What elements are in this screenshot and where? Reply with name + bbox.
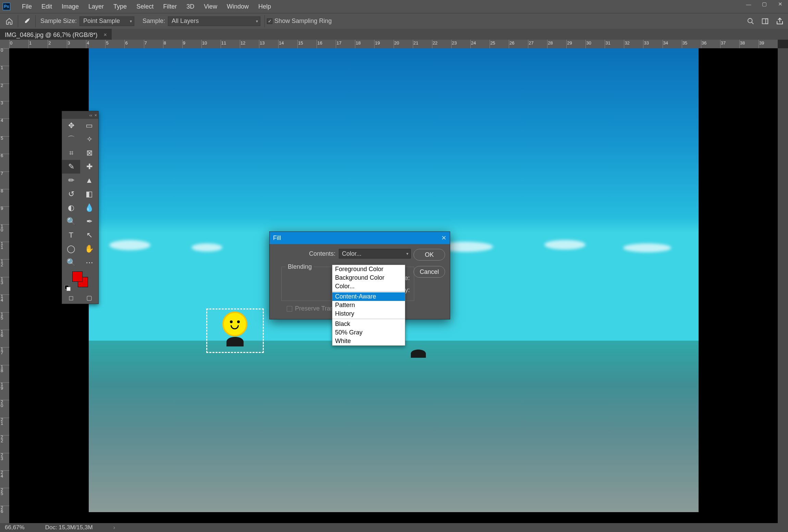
close-tab-icon[interactable]: × xyxy=(103,32,107,38)
minimize-button[interactable]: — xyxy=(741,0,756,8)
contents-option[interactable]: Background Color xyxy=(332,274,405,282)
color-swatches xyxy=(62,269,98,292)
contents-option[interactable]: Content-Aware xyxy=(332,292,405,301)
panel-icon[interactable] xyxy=(761,17,769,25)
crop-tool[interactable]: ⌗ xyxy=(62,146,80,160)
eraser-tool[interactable]: ◧ xyxy=(80,187,98,201)
magic-wand-tool[interactable]: ✧ xyxy=(80,132,98,146)
path-select-tool[interactable]: ↖ xyxy=(80,228,98,242)
menu-bar: Ps FileEditImageLayerTypeSelectFilter3DV… xyxy=(0,0,788,13)
menu-image[interactable]: Image xyxy=(57,0,84,13)
menu-select[interactable]: Select xyxy=(132,0,158,13)
document-tab-title: IMG_0486.jpg @ 66,7% (RGB/8*) xyxy=(5,31,97,39)
menu-layer[interactable]: Layer xyxy=(84,0,109,13)
brush-tool[interactable]: ✏ xyxy=(62,174,80,187)
contents-option[interactable]: White xyxy=(332,337,405,345)
blending-legend: Blending xyxy=(286,263,314,270)
menu-3d[interactable]: 3D xyxy=(182,0,199,13)
options-bar: Sample Size: Point Sample Sample: All La… xyxy=(0,13,788,29)
lasso-tool[interactable]: ⌒ xyxy=(62,132,80,146)
stamp-tool[interactable]: ▲ xyxy=(80,174,98,187)
frame-tool[interactable]: ⊠ xyxy=(80,146,98,160)
zoom-tool[interactable]: 🔍 xyxy=(62,256,80,269)
contents-option[interactable]: 50% Gray xyxy=(332,328,405,337)
contents-option[interactable]: History xyxy=(332,309,405,318)
sun-sticker xyxy=(224,313,246,335)
cancel-button[interactable]: Cancel xyxy=(414,266,445,278)
document-tab[interactable]: IMG_0486.jpg @ 66,7% (RGB/8*) × xyxy=(0,29,112,40)
dialog-title: Fill xyxy=(273,235,281,242)
history-brush-tool[interactable]: ↺ xyxy=(62,187,80,201)
window-controls: — ▢ ✕ xyxy=(741,0,788,8)
foreground-swatch[interactable] xyxy=(72,271,83,282)
contents-option[interactable]: Black xyxy=(332,320,405,328)
sample-dropdown[interactable]: All Layers xyxy=(168,16,260,26)
gradient-tool[interactable]: ◐ xyxy=(62,201,80,215)
search-icon[interactable] xyxy=(747,17,754,25)
menu-edit[interactable]: Edit xyxy=(37,0,57,13)
contents-label: Contents: xyxy=(288,250,335,257)
status-more-icon[interactable]: › xyxy=(113,524,115,531)
dialog-close-icon[interactable]: ✕ xyxy=(441,234,446,242)
marquee-tool[interactable]: ▭ xyxy=(80,119,98,132)
menu-filter[interactable]: Filter xyxy=(158,0,182,13)
dialog-titlebar[interactable]: Fill ✕ xyxy=(270,232,450,244)
shape-tool[interactable]: ◯ xyxy=(62,242,80,256)
quickmask-icon[interactable]: ◻ xyxy=(69,294,74,302)
hand-tool[interactable]: ✋ xyxy=(80,242,98,256)
document-tab-bar: IMG_0486.jpg @ 66,7% (RGB/8*) × xyxy=(0,29,788,40)
move-tool[interactable]: ✥ xyxy=(62,119,80,132)
vertical-ruler: 01234567891 01 11 21 31 41 51 61 71 81 9… xyxy=(0,48,9,523)
type-tool[interactable]: T xyxy=(62,228,80,242)
screenmode-icon[interactable]: ▢ xyxy=(86,294,92,302)
menu-view[interactable]: View xyxy=(199,0,222,13)
tools-panel: ‹‹× ✥▭⌒✧⌗⊠✎✚✏▲↺◧◐💧🔍✒T↖◯✋🔍⋯ ◻ ▢ xyxy=(62,111,99,304)
sample-label: Sample: xyxy=(143,17,165,25)
vertical-scrollbar[interactable] xyxy=(778,48,788,523)
menu-type[interactable]: Type xyxy=(109,0,132,13)
marquee-selection xyxy=(206,308,264,353)
svg-rect-2 xyxy=(766,19,768,24)
sample-size-label: Sample Size: xyxy=(40,17,77,25)
home-icon[interactable] xyxy=(3,15,16,28)
contents-dropdown[interactable]: Color... xyxy=(339,249,411,258)
contents-option[interactable]: Color... xyxy=(332,282,405,291)
menu-help[interactable]: Help xyxy=(254,0,276,13)
fill-dialog: Fill ✕ OK Cancel Contents: Color... Blen… xyxy=(269,231,450,319)
tools-panel-header[interactable]: ‹‹× xyxy=(62,111,98,119)
preserve-transparency-checkbox[interactable] xyxy=(287,306,292,312)
more-tool[interactable]: ⋯ xyxy=(80,256,98,269)
horizontal-ruler: 0123456789101112131415161718192021222324… xyxy=(9,40,778,48)
show-sampling-ring-checkbox[interactable] xyxy=(267,18,272,24)
share-icon[interactable] xyxy=(776,17,784,25)
sample-size-dropdown[interactable]: Point Sample xyxy=(79,16,134,26)
contents-option[interactable]: Pattern xyxy=(332,301,405,309)
restore-button[interactable]: ▢ xyxy=(756,0,772,8)
blur-tool[interactable]: 💧 xyxy=(80,201,98,215)
svg-point-0 xyxy=(748,18,752,23)
eyedropper-tool[interactable]: ✎ xyxy=(62,160,80,174)
svg-rect-1 xyxy=(762,19,768,24)
menu-window[interactable]: Window xyxy=(222,0,254,13)
zoom-level[interactable]: 66,67% xyxy=(5,524,25,531)
close-panel-icon[interactable]: × xyxy=(94,113,97,118)
close-window-button[interactable]: ✕ xyxy=(772,0,788,8)
status-bar: 66,67% Doc: 15,3M/15,3M › xyxy=(0,523,788,532)
menu-file[interactable]: File xyxy=(17,0,37,13)
show-sampling-ring-label: Show Sampling Ring xyxy=(274,17,332,25)
ruler-origin xyxy=(0,40,9,48)
eyedropper-icon[interactable] xyxy=(20,15,33,28)
healing-tool[interactable]: ✚ xyxy=(80,160,98,174)
contents-dropdown-list: Foreground ColorBackground ColorColor...… xyxy=(332,265,405,346)
pen-tool[interactable]: ✒ xyxy=(80,215,98,228)
app-logo: Ps xyxy=(3,3,10,10)
default-colors-icon[interactable] xyxy=(65,285,70,291)
dodge-tool[interactable]: 🔍 xyxy=(62,215,80,228)
doc-size: Doc: 15,3M/15,3M xyxy=(45,524,93,531)
ok-button[interactable]: OK xyxy=(414,249,445,261)
collapse-icon[interactable]: ‹‹ xyxy=(89,113,93,118)
contents-option[interactable]: Foreground Color xyxy=(332,265,405,274)
workspace: 0123456789101112131415161718192021222324… xyxy=(0,40,788,523)
